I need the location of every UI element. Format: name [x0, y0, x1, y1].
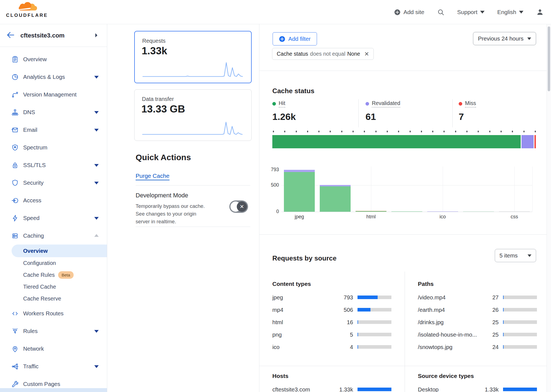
sidebar-item-email[interactable]: Email [0, 121, 107, 139]
chevron-up-icon [94, 234, 99, 237]
item-value: 16 [334, 319, 353, 326]
top-header: CLOUDFLARE Add site Support English [0, 0, 551, 24]
sidebar-item-label: Analytics & Logs [23, 74, 65, 80]
meter-bar [503, 320, 537, 324]
summary-column: Requests 1.33k Data transfer 13.33 GB Qu… [107, 24, 259, 392]
item-value: 24 [479, 344, 499, 350]
sidebar-item-label: Speed [23, 215, 39, 221]
miss-label[interactable]: Miss [465, 100, 476, 108]
sidebar-item-workers-routes[interactable]: Workers Routes [0, 305, 107, 322]
x-axis-label: html [353, 214, 389, 220]
chevron-down-icon [519, 11, 523, 14]
device-types-section: Source device types Desktop1.33k [418, 373, 537, 392]
requests-summary-card[interactable]: Requests 1.33k [134, 31, 252, 83]
sidebar-item-overview[interactable]: Overview [0, 50, 107, 68]
search-button[interactable] [437, 9, 445, 16]
x-axis-label: css [496, 214, 532, 220]
add-site-button[interactable]: Add site [394, 9, 424, 16]
data-transfer-summary-card[interactable]: Data transfer 13.33 GB [134, 89, 252, 141]
account-menu[interactable] [536, 8, 544, 16]
content-types-list: jpeg793mp4506html16png5ico4 [272, 291, 391, 353]
list-item: ico4 [272, 341, 391, 353]
scrollbar-thumb[interactable] [548, 26, 550, 91]
sidebar-item-version-management[interactable]: Version Management [0, 86, 107, 103]
sidebar-subitem-cache-reserve[interactable]: Cache Reserve [0, 293, 107, 305]
item-value: 4 [334, 344, 353, 350]
shield-icon [11, 179, 19, 187]
sidebar-item-rules[interactable]: Rules [0, 322, 107, 340]
sidebar-item-security[interactable]: Security [0, 174, 107, 192]
paths-section: Paths /video.mp427/earth.mp426/drinks.jp… [418, 281, 537, 353]
gridline [281, 185, 532, 186]
support-menu[interactable]: Support [457, 9, 485, 15]
sidebar-subitem-tiered-cache[interactable]: Tiered Cache [0, 281, 107, 293]
x-axis-line [281, 212, 532, 212]
envelope-icon [11, 126, 19, 134]
y-axis-tick: 793 [259, 167, 279, 173]
chevron-down-icon [94, 182, 99, 184]
histogram-bar [356, 211, 386, 212]
data-transfer-sparkline [142, 119, 244, 136]
meter-bar [503, 296, 537, 299]
histogram-bar [320, 186, 351, 212]
sidebar-item-traffic[interactable]: Traffic [0, 358, 107, 375]
sidebar-item-label: Traffic [23, 363, 39, 370]
toggle-off-x-icon: ✕ [237, 202, 247, 212]
item-label: /video.mp4 [418, 294, 479, 301]
items-count-dropdown[interactable]: 5 items [495, 249, 536, 262]
chevron-right-icon [93, 32, 100, 39]
paths-heading: Paths [418, 281, 537, 287]
content-types-section: Content types jpeg793mp4506html16png5ico… [272, 281, 391, 353]
sidebar-item-dns[interactable]: DNS [0, 103, 107, 121]
sidebar-item-caching[interactable]: Caching [0, 227, 107, 245]
hit-dot-icon [272, 102, 276, 106]
revalidated-stat: Revalidated 61 [365, 100, 400, 122]
site-switcher-button[interactable] [93, 32, 100, 40]
revalidated-label[interactable]: Revalidated [372, 100, 400, 108]
add-filter-button[interactable]: Add filter [273, 32, 317, 45]
meter-bar [358, 308, 391, 312]
quick-actions-heading: Quick Actions [136, 153, 191, 162]
cloudflare-cloud-icon [15, 2, 39, 12]
sidebar-item-spectrum[interactable]: Spectrum [0, 139, 107, 156]
sidebar-item-label: Workers Routes [23, 310, 64, 317]
sidebar-item-label: Custom Pages [23, 381, 60, 387]
list-item: /earth.mp426 [418, 304, 537, 316]
sidebar-subitem-configuration[interactable]: Configuration [0, 257, 107, 269]
sidebar-item-network[interactable]: Network [0, 340, 107, 358]
cache-status-filter-chip[interactable]: Cache status does not equal None ✕ [272, 48, 374, 60]
hit-label[interactable]: Hit [279, 100, 285, 108]
chevron-down-icon [94, 76, 99, 79]
sidebar-item-analytics-logs[interactable]: Analytics & Logs [0, 68, 107, 86]
sidebar-item-access[interactable]: Access [0, 192, 107, 209]
development-mode-toggle[interactable]: ✕ [229, 200, 248, 213]
code-icon [11, 310, 19, 317]
development-mode-title: Development Mode [136, 192, 188, 199]
purge-cache-link[interactable]: Purge Cache [136, 173, 170, 180]
sidebar-subitem-cache-rules[interactable]: Cache RulesBeta [0, 269, 107, 281]
hosts-list: cftestsite3.com1.33k [272, 383, 391, 392]
beta-badge: Beta [58, 271, 74, 279]
x-axis-label: ico [425, 214, 461, 220]
item-value: 25 [479, 331, 499, 338]
remove-filter-icon[interactable]: ✕ [364, 51, 369, 57]
meter-bar [358, 388, 391, 391]
histogram-bar [320, 185, 351, 186]
lock-icon [11, 161, 19, 169]
meter-bar [503, 308, 537, 312]
sidebar-item-label: Spectrum [23, 144, 47, 151]
revalidated-dot-icon [365, 102, 369, 106]
list-item: jpeg793 [272, 291, 391, 304]
divider [259, 71, 547, 71]
cache-status-distribution-bar [272, 135, 536, 148]
back-arrow-button[interactable] [6, 31, 15, 41]
sidebar-item-label: Version Management [23, 91, 77, 98]
sidebar-subitem-overview[interactable]: Overview [12, 245, 107, 257]
sidebar-item-ssl-tls[interactable]: SSL/TLS [0, 156, 107, 174]
language-menu[interactable]: English [497, 9, 523, 15]
hit-stat: Hit 1.26k [272, 100, 296, 122]
sidebar-item-speed[interactable]: Speed [0, 209, 107, 227]
sidebar-item-label: Network [23, 345, 44, 352]
time-range-dropdown[interactable]: Previous 24 hours [473, 32, 536, 45]
sidebar-item-label: Caching [23, 232, 44, 239]
